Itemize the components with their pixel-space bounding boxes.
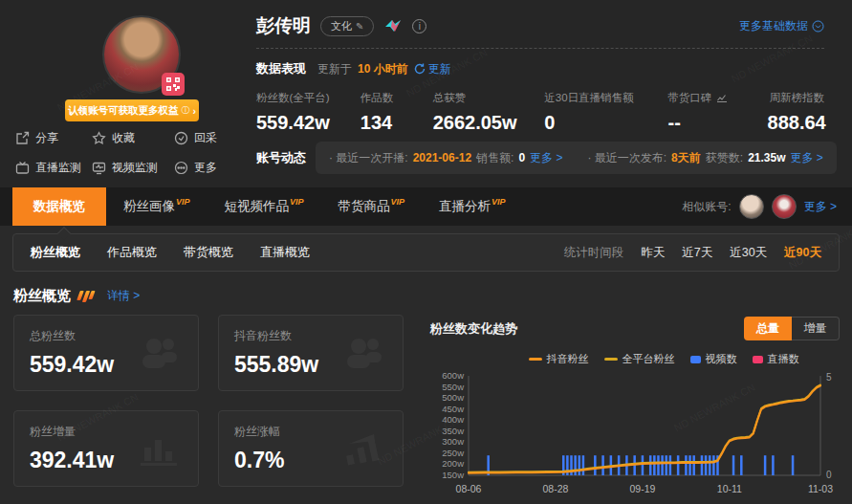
svg-text:300w: 300w xyxy=(442,436,464,447)
similar-account-avatar[interactable] xyxy=(772,194,797,219)
monitor-icon xyxy=(92,161,106,175)
subtab-live-overview[interactable]: 直播概览 xyxy=(260,244,310,261)
stat-works-count: 作品数134 xyxy=(360,91,433,134)
fan-trend-chart: 600w550w500w450w400w350w300w250w200w150w… xyxy=(430,368,840,500)
period-label: 统计时间段 xyxy=(564,245,624,261)
card-fan-growth: 粉丝增量392.41w xyxy=(13,410,199,487)
subtab-works-overview[interactable]: 作品概览 xyxy=(107,244,157,261)
favorite-button[interactable]: 收藏 xyxy=(92,130,174,146)
refresh-circle-icon xyxy=(174,131,188,145)
tab-fan-portrait[interactable]: 粉丝画像VIP xyxy=(106,187,208,226)
tab-short-videos[interactable]: 短视频作品VIP xyxy=(208,187,321,226)
more-actions-button[interactable]: 更多 xyxy=(174,160,250,176)
ellipsis-circle-icon xyxy=(174,161,188,175)
recollect-button[interactable]: 回采 xyxy=(174,130,250,146)
bar-chart-icon xyxy=(139,430,181,469)
legend-live-count[interactable]: 直播数 xyxy=(753,352,799,366)
svg-text:200w: 200w xyxy=(442,458,464,469)
stat-live-sales-30d: 近30日直播销售额0 xyxy=(544,91,667,134)
tv-icon xyxy=(15,161,30,175)
douyin-platform-icon xyxy=(383,18,403,33)
vip-badge: VIP xyxy=(290,197,304,207)
svg-text:08-06: 08-06 xyxy=(456,483,482,494)
account-activity-pill: · 最近一次开播: 2021-06-12 销售额: 0 更多 > · 最近一次发… xyxy=(316,142,837,174)
claim-label: 认领账号可获取更多权益 xyxy=(68,104,179,118)
svg-text:500w: 500w xyxy=(442,392,464,403)
refresh-button[interactable]: 更新 xyxy=(414,61,451,77)
trend-chart-icon xyxy=(343,430,385,469)
updated-prefix: 更新于 xyxy=(317,61,352,77)
info-icon[interactable]: i xyxy=(412,19,426,33)
svg-text:11-03: 11-03 xyxy=(808,483,833,494)
sub-tab-bar: 粉丝概览 作品概览 带货概览 直播概览 统计时间段 昨天 近7天 近30天 近9… xyxy=(12,233,840,272)
activity-last-post: · 最近一次发布: 8天前 获赞数: 21.35w 更多 > xyxy=(587,150,822,166)
subtab-fan-overview[interactable]: 粉丝概览 xyxy=(31,244,80,261)
similar-account-avatar[interactable] xyxy=(739,194,764,219)
edit-pencil-icon: ✎ xyxy=(356,21,363,32)
video-monitor-button[interactable]: 视频监测 xyxy=(92,160,174,176)
subtab-ecommerce-overview[interactable]: 带货概览 xyxy=(184,244,233,261)
activity-more-link[interactable]: 更多 > xyxy=(791,150,823,166)
detail-link[interactable]: 详情 > xyxy=(107,288,140,304)
similar-accounts-more-link[interactable]: 更多 > xyxy=(804,199,837,215)
svg-text:09-19: 09-19 xyxy=(630,483,656,494)
live-monitor-button[interactable]: 直播监测 xyxy=(15,160,92,176)
header-stats: 粉丝数(全平台)559.42w 作品数134 总获赞2662.05w 近30日直… xyxy=(256,91,824,134)
svg-text:150w: 150w xyxy=(442,470,464,480)
account-name: 彭传明 xyxy=(256,13,311,38)
chart-legend: 抖音粉丝 全平台粉丝 视频数 直播数 xyxy=(488,352,840,366)
fan-trend-chart-panel: 粉丝数变化趋势 总量 增量 抖音粉丝 全平台粉丝 视频数 直播数 600w550… xyxy=(430,315,840,504)
stat-followers-all-platform: 粉丝数(全平台)559.42w xyxy=(256,91,360,134)
chart-title: 粉丝数变化趋势 xyxy=(430,320,517,338)
legend-douyin-fans[interactable]: 抖音粉丝 xyxy=(529,352,589,366)
profile-header: 认领账号可获取更多权益 ⓘ › 分享 收藏 回采 直播监测 视频监测 更多 xyxy=(0,0,852,187)
vip-badge: VIP xyxy=(176,197,190,207)
vip-badge: VIP xyxy=(391,197,405,207)
toggle-total-button[interactable]: 总量 xyxy=(744,317,792,340)
activity-more-link[interactable]: 更多 > xyxy=(530,150,562,166)
card-fan-growth-rate: 粉丝涨幅0.7% xyxy=(218,410,404,487)
period-7d[interactable]: 近7天 xyxy=(682,245,712,261)
star-icon xyxy=(92,131,106,145)
period-90d[interactable]: 近90天 xyxy=(784,245,821,261)
chevron-right-icon: › xyxy=(193,105,197,117)
mini-trend-icon xyxy=(716,94,728,103)
stat-cards: 总粉丝数559.42w 抖音粉丝数555.89w 粉丝增量392.41w 粉丝涨… xyxy=(13,315,404,504)
qr-code-icon[interactable] xyxy=(162,73,185,96)
period-30d[interactable]: 近30天 xyxy=(730,245,767,261)
caret-pointer xyxy=(57,227,71,240)
tab-live-analysis[interactable]: 直播分析VIP xyxy=(422,187,523,226)
claim-account-button[interactable]: 认领账号可获取更多权益 ⓘ › xyxy=(65,99,199,121)
updated-time: 10 小时前 xyxy=(358,61,408,77)
more-basic-data-link[interactable]: 更多基础数据 xyxy=(739,18,824,34)
share-button[interactable]: 分享 xyxy=(15,130,92,146)
quick-actions: 分享 收藏 回采 直播监测 视频监测 更多 xyxy=(15,130,250,176)
account-activity-label: 账号动态 xyxy=(256,149,306,166)
legend-all-platform-fans[interactable]: 全平台粉丝 xyxy=(604,352,675,366)
tab-ecommerce-products[interactable]: 带货商品VIP xyxy=(321,187,423,226)
users-icon xyxy=(341,335,385,373)
hot-streak-icon xyxy=(78,291,94,302)
svg-text:08-28: 08-28 xyxy=(543,483,569,494)
svg-text:400w: 400w xyxy=(442,414,464,425)
category-badge[interactable]: 文化 ✎ xyxy=(320,16,374,36)
card-douyin-fans: 抖音粉丝数555.89w xyxy=(218,315,404,391)
chart-mode-toggle: 总量 增量 xyxy=(744,317,840,340)
similar-accounts-label: 相似账号: xyxy=(682,199,731,215)
stat-ecommerce-reputation: 带货口碑 -- xyxy=(668,91,768,134)
activity-last-live: · 最近一次开播: 2021-06-12 销售额: 0 更多 > xyxy=(329,150,562,166)
vip-badge: VIP xyxy=(492,197,506,207)
svg-text:350w: 350w xyxy=(442,426,464,436)
chevron-down-circle-icon xyxy=(812,20,824,33)
toggle-increment-button[interactable]: 增量 xyxy=(792,317,840,340)
avatar xyxy=(102,15,181,94)
svg-text:550w: 550w xyxy=(442,382,464,392)
tab-data-overview[interactable]: 数据概览 xyxy=(12,187,106,226)
svg-text:0: 0 xyxy=(826,470,832,480)
period-yesterday[interactable]: 昨天 xyxy=(641,245,665,261)
svg-text:250w: 250w xyxy=(442,448,464,458)
legend-video-count[interactable]: 视频数 xyxy=(690,352,737,366)
share-icon xyxy=(15,131,30,145)
svg-text:10-11: 10-11 xyxy=(717,483,742,494)
stat-weekly-rank-index: 周新榜指数888.64 xyxy=(768,91,824,134)
